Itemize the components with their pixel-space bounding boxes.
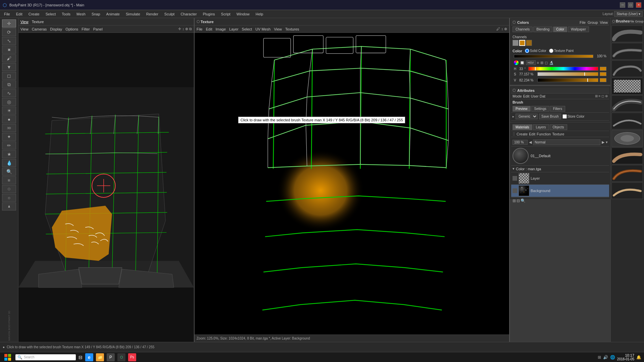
brush-item-6[interactable] bbox=[611, 113, 643, 129]
nav-panel[interactable]: Panel bbox=[93, 27, 103, 31]
material-name[interactable]: 01__Default bbox=[531, 154, 550, 158]
tool-hex[interactable]: ⬡ bbox=[2, 185, 16, 193]
brush-item-5[interactable] bbox=[611, 95, 643, 112]
color-mode-icon2[interactable]: ⊞ bbox=[540, 61, 543, 65]
attr-tab-edit[interactable]: Edit bbox=[523, 94, 530, 98]
tool-3d[interactable]: 3D bbox=[2, 124, 16, 132]
eyedropper-icon[interactable]: 🔬 bbox=[549, 61, 554, 65]
tab-channels[interactable]: Channels bbox=[513, 26, 533, 32]
brush-item-1[interactable] bbox=[611, 25, 643, 42]
taskbar-app2[interactable]: ⬡ bbox=[117, 353, 125, 361]
tool-magnet[interactable]: ✦ bbox=[2, 133, 16, 141]
texture-paint-radio[interactable] bbox=[549, 49, 553, 53]
tab-blending[interactable]: Blending bbox=[533, 26, 552, 32]
texture-canvas[interactable]: Click to draw with the selected brush Te… bbox=[195, 33, 509, 335]
colors-group-menu[interactable]: Group bbox=[588, 20, 598, 24]
tool-rotate[interactable]: ⟳ bbox=[2, 28, 16, 36]
hsv-btn[interactable]: HSV bbox=[526, 60, 536, 65]
tex-select[interactable]: Select bbox=[242, 27, 252, 31]
tray-icon1[interactable]: ⊞ bbox=[598, 355, 601, 360]
tool-star[interactable]: ★ bbox=[2, 150, 16, 158]
menu-plugins[interactable]: Plugins bbox=[200, 11, 218, 17]
tool-pen[interactable]: ✏ bbox=[2, 141, 16, 149]
color-wheel-btn[interactable] bbox=[514, 60, 519, 65]
brush-item-2[interactable] bbox=[611, 43, 643, 60]
menu-edit[interactable]: Edit bbox=[13, 11, 25, 17]
tex-layer[interactable]: Layer bbox=[229, 27, 238, 31]
tool-paint[interactable]: 🖌 bbox=[2, 54, 16, 62]
tool-fill[interactable]: ▼ bbox=[2, 63, 16, 71]
tool-move[interactable]: ✛ bbox=[2, 19, 16, 27]
tex-image[interactable]: Image bbox=[216, 27, 226, 31]
menu-create[interactable]: Create bbox=[26, 11, 42, 17]
layer-visibility-icon[interactable] bbox=[513, 176, 517, 181]
taskbar-ie[interactable]: e bbox=[85, 353, 93, 361]
brush-item-4[interactable] bbox=[611, 78, 643, 95]
brush-item-7[interactable] bbox=[611, 130, 643, 147]
tool-smear[interactable]: ∿ bbox=[2, 89, 16, 97]
tab-materials[interactable]: Materials bbox=[513, 124, 532, 130]
tab-view[interactable]: View bbox=[20, 20, 29, 24]
tex-file[interactable]: File bbox=[197, 27, 203, 31]
tab-objects[interactable]: Objects bbox=[550, 124, 567, 130]
mat-bottom-icon3[interactable]: 🔍 bbox=[521, 198, 526, 203]
tool-blur[interactable]: ◎ bbox=[2, 98, 16, 106]
close-button[interactable]: ✕ bbox=[636, 2, 641, 8]
channel-swatch-2[interactable] bbox=[526, 40, 532, 46]
brush-tab-settings[interactable]: Settings bbox=[531, 106, 549, 112]
menu-mesh[interactable]: Mesh bbox=[74, 11, 88, 17]
viewport-3d-canvas[interactable] bbox=[18, 33, 194, 342]
brush-tab-filters[interactable]: Filters bbox=[550, 106, 565, 112]
clock[interactable]: 10:17 2018-01-05 bbox=[617, 353, 634, 361]
menu-script[interactable]: Script bbox=[218, 11, 233, 17]
brightness-bar[interactable] bbox=[514, 55, 593, 58]
taskbar-app3[interactable]: Ps bbox=[128, 353, 136, 361]
taskbar-search[interactable]: 🔍 Search bbox=[15, 354, 76, 360]
brush-item-8[interactable] bbox=[611, 147, 643, 164]
s-slider[interactable] bbox=[537, 72, 598, 76]
layout-value[interactable]: Startup (User) ▾ bbox=[614, 11, 643, 17]
channel-swatch-orange[interactable] bbox=[519, 40, 525, 46]
layer-visibility-bg[interactable] bbox=[513, 188, 517, 193]
tab-layers[interactable]: Layers bbox=[533, 124, 549, 130]
menu-sculpt[interactable]: Sculpt bbox=[162, 11, 177, 17]
menu-select[interactable]: Select bbox=[43, 11, 59, 17]
opacity-input[interactable] bbox=[513, 140, 528, 145]
tex-view[interactable]: View bbox=[274, 27, 282, 31]
tool-dodge[interactable]: ☀ bbox=[2, 107, 16, 115]
menu-animate[interactable]: Animate bbox=[104, 11, 122, 17]
menu-help[interactable]: Help bbox=[253, 11, 266, 17]
tool-eyedrop[interactable]: 💧 bbox=[2, 159, 16, 167]
tool-burn[interactable]: ● bbox=[2, 115, 16, 123]
nav-filter[interactable]: Filter bbox=[82, 27, 90, 31]
blend-mode-left-icon[interactable]: ◀ bbox=[529, 140, 532, 144]
brush-item-9[interactable] bbox=[611, 165, 643, 182]
nav-display[interactable]: Display bbox=[50, 27, 62, 31]
maximize-button[interactable]: □ bbox=[628, 2, 633, 8]
menu-render[interactable]: Render bbox=[144, 11, 161, 17]
attr-tab-userdat[interactable]: User Dat bbox=[531, 94, 545, 98]
brush-item-3[interactable] bbox=[611, 60, 643, 77]
taskbar-app1[interactable]: P bbox=[107, 353, 115, 361]
channel-swatch-dark[interactable] bbox=[513, 40, 519, 46]
tab-color[interactable]: Color bbox=[553, 26, 567, 32]
mat-texture[interactable]: Texture bbox=[552, 132, 564, 136]
minimize-button[interactable]: ─ bbox=[620, 2, 625, 8]
tool-scale[interactable]: ⤡ bbox=[2, 37, 16, 45]
store-color-checkbox[interactable] bbox=[562, 114, 567, 119]
save-brush-button[interactable]: Save Brush bbox=[539, 114, 561, 119]
nav-view[interactable]: View bbox=[20, 27, 29, 31]
nav-options[interactable]: Options bbox=[65, 27, 78, 31]
menu-simulate[interactable]: Simulate bbox=[123, 11, 143, 17]
generic-dropdown[interactable]: Generic bbox=[516, 114, 538, 119]
mat-bottom-icon2[interactable]: ⊟ bbox=[517, 198, 520, 203]
layer-item-layer[interactable]: Layer bbox=[511, 172, 609, 185]
task-view-button[interactable]: ⊟ bbox=[78, 355, 83, 360]
nav-cameras[interactable]: Cameras bbox=[32, 27, 47, 31]
tool-grid[interactable]: ⊞ bbox=[2, 176, 16, 184]
menu-tools[interactable]: Tools bbox=[59, 11, 73, 17]
menu-character[interactable]: Character bbox=[178, 11, 199, 17]
tab-texture-3d[interactable]: Texture bbox=[32, 20, 44, 24]
blend-mode-right-icon[interactable]: ▶ bbox=[602, 140, 604, 144]
tool-eraser[interactable]: ◻ bbox=[2, 72, 16, 80]
